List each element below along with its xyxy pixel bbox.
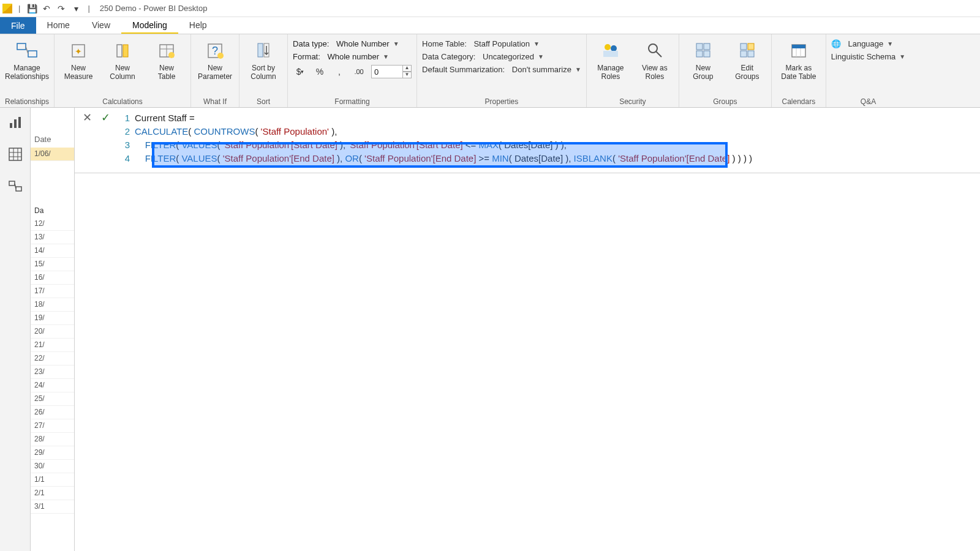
default-summarization-dropdown[interactable]: Default Summarization: Don't summarize ▼ [422,65,581,74]
chevron-down-icon: ▼ [575,66,581,73]
decimals-spinner[interactable]: ▲▼ [403,65,412,78]
tab-help[interactable]: Help [178,17,218,34]
new-column-button[interactable]: New Column [104,37,141,81]
new-measure-icon: ✦ [67,39,89,61]
ribbon-group-qna: 🌐 Language ▼ Linguistic Schema ▼ Q&A [826,34,910,107]
currency-button[interactable]: $▾ [293,65,307,78]
new-parameter-label: New Parameter [198,64,232,81]
svg-rect-1 [28,51,37,57]
date-row: 30/ [31,460,74,473]
report-view-button[interactable] [7,114,24,131]
svg-rect-5 [117,45,122,57]
group-label-relationships: Relationships [5,96,49,106]
ribbon-group-security: Manage Roles View as Roles Security [587,34,679,107]
code-line-3: FILTER( VALUES( 'Staff Population'[Start… [135,138,567,152]
cancel-formula-button[interactable]: ✕ [81,111,93,124]
tab-home[interactable]: Home [36,17,81,34]
redo-button[interactable]: ↷ [56,3,67,14]
new-measure-label: New Measure [64,64,93,81]
format-label: Format: [293,52,320,61]
linguistic-schema-label: Linguistic Schema [831,52,896,61]
qat-divider-2: | [88,4,89,13]
tab-view[interactable]: View [81,17,121,34]
relationships-icon [16,39,38,61]
svg-rect-6 [123,45,128,57]
svg-line-2 [26,47,28,54]
tab-modeling[interactable]: Modeling [121,17,178,34]
new-table-icon [156,39,178,61]
model-view-button[interactable] [7,178,24,195]
code-line-4: FILTER( VALUES( 'Staff Population'[End D… [135,152,752,165]
svg-rect-26 [748,43,754,50]
data-type-dropdown[interactable]: Data type: Whole Number ▼ [293,39,412,48]
percent-button[interactable]: % [312,65,327,78]
group-label-whatif: What If [196,96,234,106]
home-table-dropdown[interactable]: Home Table: Staff Population ▼ [422,39,581,48]
manage-relationships-button[interactable]: Manage Relationships [5,37,49,81]
tab-file[interactable]: File [0,17,36,34]
manage-roles-button[interactable]: Manage Roles [592,37,630,81]
date-row: 1/1 [31,473,74,487]
mark-date-table-label: Mark as Date Table [781,64,816,81]
commit-formula-button[interactable]: ✓ [99,111,111,124]
data-type-label: Data type: [293,39,329,48]
qat-dropdown[interactable]: ▾ [70,3,81,14]
new-parameter-icon: ? [204,39,226,61]
svg-rect-27 [741,51,747,57]
group-label-calendars: Calendars [777,96,821,106]
svg-text:?: ? [212,45,218,57]
format-value: Whole number [327,52,379,61]
date-row: 19/ [31,312,74,325]
svg-line-43 [15,184,16,189]
ribbon-group-calendars: Mark as Date Table Calendars [772,34,826,107]
thousands-button[interactable]: , [332,65,347,78]
dax-editor[interactable]: 1Current Staff = 2CALCULATE( COUNTROWS( … [118,108,980,173]
date-row: 3/1 [31,500,74,514]
mark-date-table-button[interactable]: Mark as Date Table [777,37,821,81]
save-button[interactable]: 💾 [26,3,37,14]
group-label-calculations: Calculations [59,96,186,106]
view-as-roles-button[interactable]: View as Roles [636,37,674,81]
chevron-down-icon: ▼ [887,40,893,47]
new-group-button[interactable]: New Group [684,37,722,81]
edit-groups-icon [736,39,758,61]
first-date-cell: 1/06/ [31,148,74,161]
undo-button[interactable]: ↶ [41,3,52,14]
formula-bar: ✕ ✓ 1Current Staff = 2CALCULATE( COUNTRO… [75,108,980,173]
date-row: 23/ [31,365,74,379]
data-view-button[interactable] [7,146,24,163]
svg-rect-28 [748,51,754,57]
ribbon-group-formatting: Data type: Whole Number ▼ Format: Whole … [288,34,417,107]
date-row: 27/ [31,419,74,433]
home-table-value: Staff Population [473,39,530,48]
new-parameter-button[interactable]: ? New Parameter [196,37,234,81]
edit-groups-button[interactable]: Edit Groups [728,37,766,81]
svg-point-10 [168,52,175,58]
svg-rect-35 [18,117,21,128]
new-measure-button[interactable]: ✦ New Measure [59,37,97,81]
qat-divider: | [18,4,20,13]
chevron-down-icon: ▼ [533,40,540,47]
svg-point-17 [611,45,617,51]
sort-by-column-button[interactable]: Sort by Column [244,37,282,81]
language-dropdown[interactable]: 🌐 Language ▼ [831,39,905,48]
decimals-input[interactable]: 0 [371,65,403,78]
new-table-button[interactable]: New Table [148,37,186,81]
chevron-down-icon: ▼ [899,53,905,60]
ribbon-group-calculations: ✦ New Measure New Column New Table Calcu… [55,34,191,107]
data-category-dropdown[interactable]: Data Category: Uncategorized ▼ [422,52,581,61]
linguistic-schema-dropdown[interactable]: Linguistic Schema ▼ [831,52,905,61]
ribbon: Manage Relationships Relationships ✦ New… [0,34,980,108]
format-dropdown[interactable]: Format: Whole number ▼ [293,52,412,61]
svg-rect-21 [696,43,703,50]
quick-access-toolbar: | 💾 ↶ ↷ ▾ | [16,3,92,14]
new-column-icon [111,39,134,61]
svg-rect-42 [16,187,21,191]
date-column-header-behind: Date [31,135,74,148]
svg-rect-41 [9,181,15,186]
chevron-down-icon: ▼ [383,53,389,60]
data-category-value: Uncategorized [483,52,534,61]
calendar-icon [788,39,810,61]
date-row: 13/ [31,231,74,244]
sort-by-column-label: Sort by Column [251,64,276,81]
